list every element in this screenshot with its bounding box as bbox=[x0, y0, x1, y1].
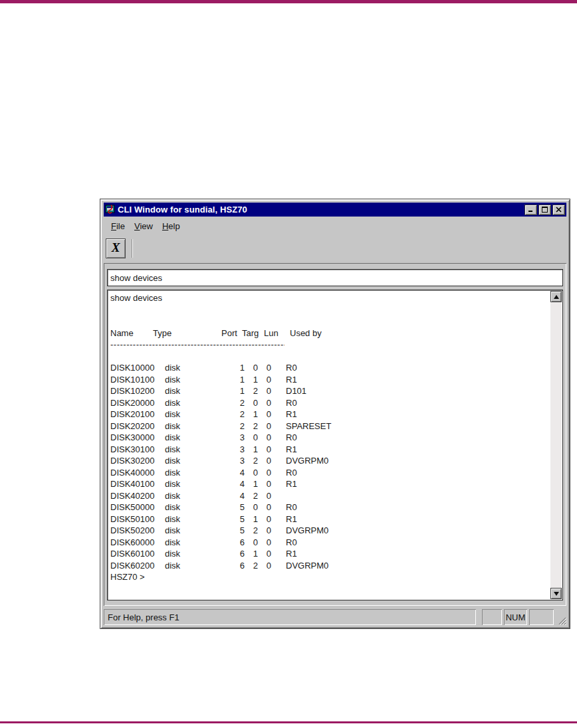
scroll-down-button[interactable] bbox=[550, 588, 562, 599]
cell-name: DISK40200 bbox=[110, 490, 165, 502]
minimize-icon bbox=[528, 207, 534, 213]
cell-targ: 0 bbox=[245, 501, 258, 513]
table-row: DISK50100disk510R1 bbox=[110, 513, 562, 525]
cell-name: DISK50000 bbox=[110, 501, 165, 513]
cell-port: 4 bbox=[221, 478, 245, 490]
resize-grip-icon bbox=[557, 616, 566, 625]
command-input[interactable] bbox=[107, 269, 563, 286]
cell-used_by: DVGRPM0 bbox=[286, 560, 328, 572]
statusbar: For Help, press F1 NUM bbox=[104, 609, 566, 625]
menu-help[interactable]: Help bbox=[158, 219, 185, 233]
status-indicator-caps bbox=[482, 609, 502, 625]
cell-targ: 1 bbox=[245, 478, 258, 490]
col-header-type: Type bbox=[153, 327, 221, 339]
cell-lun: 0 bbox=[258, 560, 271, 572]
table-row: DISK20000disk200R0 bbox=[110, 397, 562, 409]
cell-targ: 0 bbox=[245, 397, 258, 409]
cell-name: DISK20000 bbox=[110, 397, 165, 409]
cell-port: 2 bbox=[221, 409, 245, 420]
close-button[interactable] bbox=[552, 205, 565, 215]
cell-type: disk bbox=[165, 432, 221, 444]
menu-view[interactable]: View bbox=[130, 219, 158, 233]
minimize-button[interactable] bbox=[524, 205, 537, 215]
table-row: DISK60000disk600R0 bbox=[110, 537, 562, 549]
maximize-button[interactable] bbox=[538, 205, 551, 215]
cell-port: 3 bbox=[221, 444, 245, 456]
vertical-scrollbar[interactable] bbox=[550, 291, 562, 599]
cell-name: DISK10200 bbox=[110, 385, 165, 397]
cell-type: disk bbox=[165, 501, 221, 513]
resize-grip[interactable] bbox=[555, 609, 566, 625]
terminal-output[interactable]: show devices NameTypePortTargLunUsed by … bbox=[107, 290, 563, 600]
cell-type: disk bbox=[165, 409, 221, 420]
cell-used_by: DVGRPM0 bbox=[286, 455, 328, 467]
blank-line bbox=[110, 351, 562, 363]
cell-targ: 2 bbox=[245, 420, 258, 432]
cell-used_by: R0 bbox=[286, 362, 297, 374]
menu-file[interactable]: File bbox=[106, 219, 130, 233]
cell-lun: 0 bbox=[258, 478, 271, 490]
cell-lun: 0 bbox=[258, 548, 271, 560]
cell-port: 3 bbox=[221, 432, 245, 444]
cell-port: 5 bbox=[221, 501, 245, 513]
status-indicator-num: NUM bbox=[504, 609, 527, 625]
cell-type: disk bbox=[165, 513, 221, 525]
cell-name: DISK30000 bbox=[110, 432, 165, 444]
cell-lun: 0 bbox=[258, 362, 271, 374]
table-row: DISK40100disk410R1 bbox=[110, 478, 562, 490]
cell-lun: 0 bbox=[258, 444, 271, 456]
cell-targ: 0 bbox=[245, 432, 258, 444]
cell-targ: 1 bbox=[245, 513, 258, 525]
cell-type: disk bbox=[165, 420, 221, 432]
page-bottom-rule bbox=[0, 721, 577, 723]
status-indicator-scrl bbox=[529, 609, 554, 625]
cell-used_by: R0 bbox=[286, 537, 297, 549]
cell-targ: 1 bbox=[245, 374, 258, 386]
cell-used_by: R0 bbox=[286, 397, 297, 409]
cell-port: 6 bbox=[221, 537, 245, 549]
col-header-targ: Targ bbox=[242, 327, 264, 339]
table-row: DISK60100disk610R1 bbox=[110, 548, 562, 560]
app-icon bbox=[105, 205, 116, 215]
cell-targ: 1 bbox=[245, 444, 258, 456]
cell-name: DISK20100 bbox=[110, 409, 165, 420]
cell-lun: 0 bbox=[258, 513, 271, 525]
toolbar-exit-cli-button[interactable]: X bbox=[106, 238, 126, 258]
cell-lun: 0 bbox=[258, 490, 271, 502]
scroll-up-button[interactable] bbox=[550, 291, 562, 302]
cell-type: disk bbox=[165, 478, 221, 490]
cell-type: disk bbox=[165, 490, 221, 502]
cell-targ: 2 bbox=[245, 455, 258, 467]
col-header-used-by: Used by bbox=[290, 327, 322, 339]
cell-name: DISK60200 bbox=[110, 560, 165, 572]
page-top-rule bbox=[0, 0, 577, 3]
cell-used_by: R1 bbox=[286, 513, 297, 525]
titlebar[interactable]: CLI Window for sundial, HSZ70 bbox=[104, 203, 566, 217]
cell-port: 5 bbox=[221, 525, 245, 537]
cli-prompt: HSZ70 > bbox=[110, 571, 562, 583]
cell-used_by: R1 bbox=[286, 409, 297, 420]
cell-used_by: R0 bbox=[286, 501, 297, 513]
table-header-row: NameTypePortTargLunUsed by bbox=[110, 327, 562, 339]
col-header-name: Name bbox=[110, 327, 153, 339]
cell-type: disk bbox=[165, 397, 221, 409]
cell-type: disk bbox=[165, 548, 221, 560]
col-header-lun: Lun bbox=[264, 327, 290, 339]
table-row: DISK40200disk420 bbox=[110, 490, 562, 502]
cell-type: disk bbox=[165, 374, 221, 386]
cell-targ: 1 bbox=[245, 548, 258, 560]
echoed-command: show devices bbox=[110, 292, 562, 304]
cell-port: 1 bbox=[221, 374, 245, 386]
table-row: DISK10100disk110R1 bbox=[110, 374, 562, 386]
cell-targ: 2 bbox=[245, 385, 258, 397]
table-row: DISK30000disk300R0 bbox=[110, 432, 562, 444]
cell-targ: 2 bbox=[245, 560, 258, 572]
cell-port: 6 bbox=[221, 560, 245, 572]
cell-name: DISK10100 bbox=[110, 374, 165, 386]
close-icon bbox=[556, 207, 562, 213]
cell-type: disk bbox=[165, 455, 221, 467]
x-glyph-icon: X bbox=[112, 240, 120, 255]
table-row: DISK50200disk520DVGRPM0 bbox=[110, 525, 562, 537]
status-message: For Help, press F1 bbox=[104, 609, 476, 625]
cell-lun: 0 bbox=[258, 409, 271, 420]
